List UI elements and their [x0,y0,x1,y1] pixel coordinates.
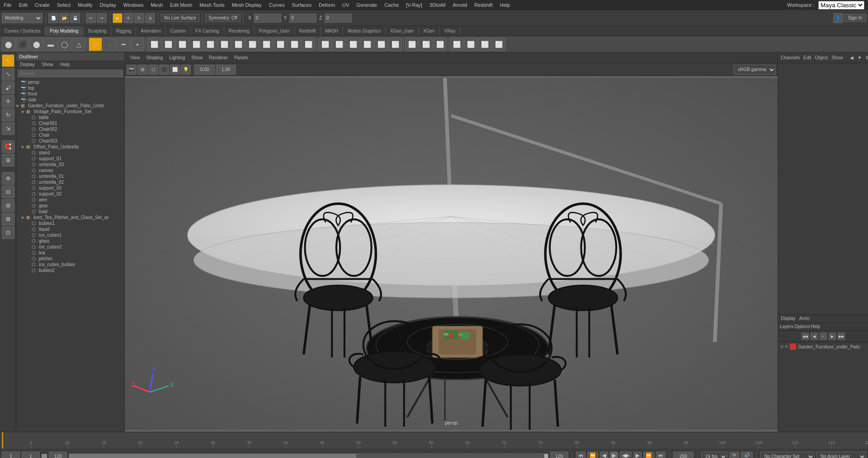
shelf-torus[interactable]: ◯ [58,38,71,51]
tree-item-table[interactable]: ⬡table [16,114,124,120]
tree-item-support_02[interactable]: ⬡support_02 [16,191,124,197]
tree-item-garden_root[interactable]: ▶⊞Garden_Furniture_under_Patio_Umbr [16,103,124,109]
shelf-tab-animation[interactable]: Animation [136,26,165,36]
shelf-bevel[interactable]: ⬜ [175,38,189,51]
menu-help[interactable]: Help [496,1,514,9]
shelf-tab-sculpting[interactable]: Sculpting [83,26,111,36]
rp-collapse-icon[interactable]: ◀ [850,55,854,60]
tree-item-front[interactable]: 📷front [16,91,124,97]
tree-arrow-garden_root[interactable]: ▶ [16,104,21,108]
menu-surfaces[interactable]: Surfaces [288,1,315,9]
tree-item-chair002[interactable]: ⬡Chair002 [16,126,124,132]
rp-new-btn[interactable]: + [820,333,827,340]
shelf-smooth[interactable]: ⬜ [259,38,273,51]
shelf-combine[interactable]: ⬜ [318,38,332,51]
play-back-btn[interactable]: ◀▶ [620,452,632,458]
playback-end-input[interactable] [550,452,568,458]
shelf-soften[interactable]: ⬜ [388,38,402,51]
vp-solid-btn[interactable]: ⬛ [159,65,169,75]
vp-light-btn[interactable]: 💡 [181,65,191,75]
vp-wireframe-btn[interactable]: ⬡ [148,65,158,75]
tree-item-glass[interactable]: ⬡glass [16,238,124,244]
no-live-surface[interactable]: No Live Surface [161,14,199,22]
shelf-cube[interactable]: ⬛ [16,38,29,51]
vp-camera-btn[interactable]: 📷 [127,65,137,75]
menu-uv[interactable]: UV [339,1,353,9]
snap2-tool[interactable]: ⊞ [2,154,14,167]
vp-menu-lighting[interactable]: Lighting [166,54,188,61]
tree-item-bubles1[interactable]: ⬡bubles1 [16,220,124,226]
move-tool[interactable]: ✛ [2,95,14,108]
menu-modify[interactable]: Modify [74,1,96,9]
tree-item-umbrella_01[interactable]: ⬡umbrella_01 [16,173,124,179]
shelf-shrinksel[interactable]: ⬜ [433,38,447,51]
tree-item-persp[interactable]: 📷persp [16,79,124,85]
menu-generate[interactable]: Generate [353,1,381,9]
tree-item-wire[interactable]: ⬡wire [16,197,124,203]
prev-frame-btn[interactable]: ◀ [600,452,608,458]
rp-end-btn[interactable]: ▶▶ [838,333,845,340]
shelf-separate[interactable]: ⬜ [332,38,346,51]
menu-3dtoall[interactable]: 3DtoAll [426,1,449,9]
open-btn[interactable]: 📂 [59,13,69,23]
shelf-reduce[interactable]: ⬜ [274,38,287,51]
rotate-tool2[interactable]: ↻ [2,109,14,121]
rp-next-btn[interactable]: ▶ [829,333,836,340]
tree-arrow-iced_tea[interactable]: ▶ [22,215,26,219]
rp-gear-icon[interactable]: ⚙ [865,55,868,60]
save-btn[interactable]: 💾 [70,13,80,23]
fps-select[interactable]: 24 fps [701,452,727,458]
shelf-insert[interactable]: ⬜ [217,38,231,51]
shelf-fill[interactable]: ⬜ [231,38,245,51]
select-tool[interactable]: ↖ [2,54,14,67]
shelf-sphere[interactable]: ⬤ [2,38,15,51]
workspace-select[interactable]: Maya Classic [818,1,864,10]
x-input[interactable] [254,14,281,23]
vp-val1[interactable] [194,65,215,75]
tree-item-support_03[interactable]: ⬡support_03 [16,185,124,191]
vp-texture-btn[interactable]: ⬜ [170,65,180,75]
menu-curves[interactable]: Curves [265,1,288,9]
tree-item-chair001[interactable]: ⬡Chair001 [16,120,124,126]
vp-menu-panels[interactable]: Panels [231,54,251,61]
select-btn[interactable]: ▶ [113,13,123,23]
shelf-tab-curves[interactable]: Curves / Surfaces [0,26,45,36]
shelf-paintsel[interactable]: ⬜ [405,38,419,51]
rp-layers[interactable]: Layers [780,324,793,329]
current-frame-input[interactable] [22,452,40,458]
shelf-growsel[interactable]: ⬜ [419,38,433,51]
shelf-boolean[interactable]: ⬜ [302,38,315,51]
rp-expand-icon[interactable]: ▼ [857,55,862,60]
tree-arrow-offset_umbrella[interactable]: ▶ [22,145,26,149]
menu-arnold[interactable]: Arnold [449,1,471,9]
shelf-remesh[interactable]: ⬜ [288,38,301,51]
y-input[interactable] [289,14,316,23]
audio-btn[interactable]: 🔊 [741,452,753,458]
menu-mesh[interactable]: Mesh [147,1,166,9]
menu-vray-tag[interactable]: [V-Ray] [402,1,426,9]
vp-menu-renderer[interactable]: Renderer [206,54,231,61]
rp-layer-p[interactable]: P [785,344,788,349]
outliner-search-input[interactable] [18,70,123,77]
shelf-extract[interactable]: ⬜ [346,38,360,51]
z-input[interactable] [325,14,352,23]
range-start-btn[interactable] [42,454,47,458]
tree-item-umbrella_03[interactable]: ⬡umbrella_03 [16,162,124,167]
shelf-tab-fx[interactable]: FX Caching [191,26,224,36]
new-file-btn[interactable]: 📄 [48,13,58,23]
rp-object[interactable]: Object [815,55,828,60]
shelf-mirror[interactable]: ⬜ [245,38,259,51]
tree-item-umbrella_02[interactable]: ⬡umbrella_02 [16,179,124,185]
shelf-cylinder[interactable]: ⬤ [30,38,43,51]
shelf-uv[interactable]: ⬜ [450,38,463,51]
misc3-tool[interactable]: ⊞ [2,199,14,212]
tree-item-chair[interactable]: ⬡Chair [16,132,124,138]
shelf-tab-xgen[interactable]: XGen [419,26,440,36]
prev-key-btn[interactable]: ⏪ [587,452,598,458]
menu-editmesh[interactable]: Edit Mesh [166,1,196,9]
shelf-tab-mash[interactable]: MASH [321,26,343,36]
shelf-tab-custom[interactable]: Custom [166,26,191,36]
shelf-tab-rigging[interactable]: Rigging [111,26,136,36]
redo-btn[interactable]: ↪ [97,13,107,23]
shelf-plane[interactable]: ▬ [44,38,57,51]
